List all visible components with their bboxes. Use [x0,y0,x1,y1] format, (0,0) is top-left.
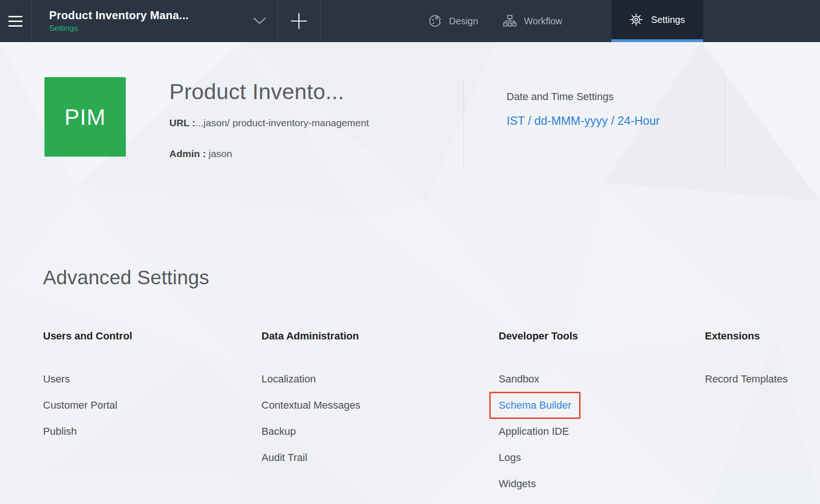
app-title: Product Invento... [169,79,344,104]
list-item: Widgets [499,478,578,491]
nav-label: Settings [651,14,685,25]
settings-column-data-administration: Data AdministrationLocalizationContextua… [261,330,361,478]
hamburger-icon [8,16,22,17]
settings-link-contextual-messages[interactable]: Contextual Messages [261,399,361,411]
advanced-settings-heading: Advanced Settings [43,266,209,289]
column-links: LocalizationContextual MessagesBackupAud… [261,373,361,465]
gear-icon [630,13,643,26]
datetime-settings-link[interactable]: IST / dd-MMM-yyyy / 24-Hour [507,114,660,128]
vertical-divider [725,77,725,167]
column-header: Users and Control [43,330,132,342]
nav-tab-workflow[interactable]: Workflow [491,0,575,42]
list-item: Schema Builder [499,399,578,412]
list-item: Record Templates [705,373,788,386]
topbar: Product Inventory Mana... Settings Desig… [0,0,820,42]
list-item: Application IDE [499,425,578,439]
column-header: Data Administration [261,330,361,342]
list-item: Backup [261,425,361,439]
settings-link-backup[interactable]: Backup [261,425,296,437]
url-label: URL : [169,117,196,128]
chevron-down-icon [253,17,266,25]
settings-link-customer-portal[interactable]: Customer Portal [43,399,117,411]
column-header: Developer Tools [499,330,578,342]
list-item: Contextual Messages [261,399,361,412]
app-tab-title: Product Inventory Mana... [49,9,189,22]
app-url-row: URL :...jason/ product-inventory-managem… [169,117,369,129]
workflow-icon [503,14,516,28]
hamburger-menu-button[interactable] [0,0,31,42]
datetime-settings-heading: Date and Time Settings [507,91,614,103]
add-application-button[interactable] [278,0,320,42]
hamburger-icon [8,25,22,27]
palette-icon [428,14,442,28]
settings-link-publish[interactable]: Publish [43,425,77,437]
settings-link-sandbox[interactable]: Sandbox [499,373,539,385]
list-item: Customer Portal [43,399,132,412]
settings-link-schema-builder[interactable]: Schema Builder [489,392,581,419]
hamburger-icon [8,21,22,22]
app-tab-subtitle: Settings [49,24,189,33]
settings-link-users[interactable]: Users [43,373,70,385]
app-tab-text: Product Inventory Mana... Settings [49,9,189,33]
app-admin-row: Admin : jason [169,148,232,159]
list-item: Logs [499,452,578,465]
vertical-divider [464,77,464,167]
app-tab-selector[interactable]: Product Inventory Mana... Settings [31,0,278,42]
column-links: Record Templates [705,373,788,386]
settings-link-widgets[interactable]: Widgets [499,478,536,490]
settings-column-developer-tools: Developer ToolsSandboxSchema BuilderAppl… [499,330,578,504]
topbar-nav: Design Workflow [416,0,703,42]
list-item: Publish [43,425,132,439]
column-header: Extensions [705,330,788,342]
app-icon-tile: PIM [44,77,126,157]
topbar-spacer [320,0,416,42]
settings-page: PIM Product Invento... URL :...jason/ pr… [0,0,820,504]
nav-tab-design[interactable]: Design [416,0,491,42]
column-links: UsersCustomer PortalPublish [43,373,132,439]
list-item: Users [43,373,132,386]
column-links: SandboxSchema BuilderApplication IDELogs… [499,373,578,491]
settings-link-logs[interactable]: Logs [499,452,521,463]
list-item: Sandbox [499,373,578,386]
url-value: ...jason/ product-inventory-management [196,117,369,128]
settings-link-application-ide[interactable]: Application IDE [499,425,569,437]
plus-icon [290,12,308,30]
settings-link-record-templates[interactable]: Record Templates [705,373,788,385]
nav-tab-settings[interactable]: Settings [611,0,703,42]
nav-label: Workflow [524,16,562,27]
list-item: Audit Trail [261,452,361,465]
nav-label: Design [449,16,478,27]
admin-label: Admin : [169,148,206,159]
list-item: Localization [261,373,361,386]
settings-link-audit-trail[interactable]: Audit Trail [261,452,307,463]
settings-column-users-and-control: Users and ControlUsersCustomer PortalPub… [43,330,132,452]
admin-value: jason [209,148,232,159]
settings-link-localization[interactable]: Localization [261,373,316,385]
settings-column-extensions: ExtensionsRecord Templates [705,330,788,399]
